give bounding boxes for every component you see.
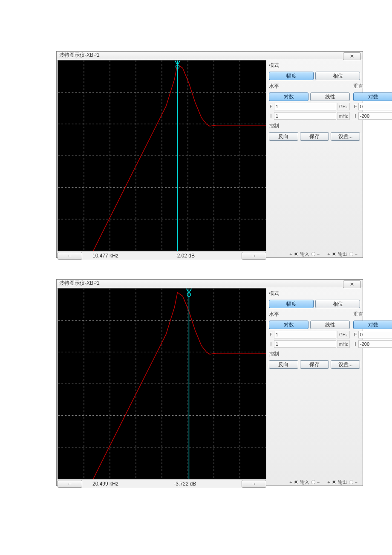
- minus-icon: −: [317, 251, 320, 257]
- vertical-group-label: 垂直: [353, 82, 392, 91]
- output-plus-terminal[interactable]: [332, 252, 336, 256]
- bode-plotter-window: 波特图示仪-XBP1 ✕ ←: [56, 51, 363, 258]
- cursor-frequency-readout: 20.499 kHz: [82, 481, 129, 487]
- close-icon: ✕: [350, 281, 354, 287]
- h-F-input[interactable]: [274, 103, 336, 110]
- titlebar[interactable]: 波特图示仪-XBP1 ✕: [57, 280, 363, 287]
- cursor-left-button[interactable]: ←: [58, 252, 82, 260]
- readout-bar: ← 20.499 kHz -3.722 dB →: [58, 479, 266, 488]
- mode-group-label: 模式: [269, 289, 360, 298]
- h-I-input[interactable]: [274, 340, 336, 348]
- v-I-label: I: [353, 113, 357, 119]
- h-I-input[interactable]: [274, 112, 336, 120]
- h-log-button[interactable]: 对数: [269, 92, 308, 101]
- h-F-label: F: [269, 332, 273, 337]
- h-I-unit[interactable]: mHz: [337, 340, 350, 348]
- bode-plot-canvas[interactable]: [58, 60, 266, 251]
- control-panel: 模式 幅度 相位 水平 对数 线性 F: [267, 59, 363, 260]
- plus-icon: +: [289, 480, 292, 485]
- minus-icon: −: [355, 480, 357, 485]
- v-log-button[interactable]: 对数: [353, 92, 392, 101]
- readout-bar: ← 10.477 kHz -2.02 dB →: [58, 251, 266, 260]
- h-F-input[interactable]: [274, 331, 336, 338]
- h-log-button[interactable]: 对数: [269, 321, 308, 329]
- magnitude-mode-button[interactable]: 幅度: [269, 72, 314, 80]
- v-I-input[interactable]: [358, 112, 392, 120]
- input-plus-terminal[interactable]: [294, 252, 298, 256]
- v-I-label: I: [353, 341, 357, 347]
- save-button[interactable]: 保存: [300, 360, 329, 369]
- plus-icon: +: [327, 251, 330, 257]
- v-I-input[interactable]: [358, 340, 392, 348]
- plus-icon: +: [327, 480, 330, 485]
- reverse-button[interactable]: 反向: [269, 132, 298, 141]
- output-minus-terminal[interactable]: [349, 480, 353, 484]
- v-F-label: F: [353, 104, 357, 109]
- save-button[interactable]: 保存: [300, 132, 329, 141]
- cursor-left-button[interactable]: ←: [58, 480, 82, 488]
- bode-plot-canvas[interactable]: [58, 288, 266, 479]
- h-linear-button[interactable]: 线性: [310, 92, 350, 101]
- v-F-input[interactable]: [358, 103, 392, 110]
- input-minus-terminal[interactable]: [311, 480, 315, 484]
- arrow-left-icon: ←: [67, 481, 72, 487]
- input-plus-terminal[interactable]: [294, 480, 298, 484]
- cursor-right-button[interactable]: →: [242, 252, 266, 260]
- input-minus-terminal[interactable]: [311, 252, 315, 256]
- mode-group-label: 模式: [269, 61, 360, 70]
- output-minus-terminal[interactable]: [349, 252, 353, 256]
- vertical-group-label: 垂直: [353, 310, 392, 319]
- arrow-right-icon: →: [251, 481, 257, 487]
- h-F-unit[interactable]: GHz: [337, 331, 350, 338]
- v-F-label: F: [353, 332, 357, 337]
- cursor-magnitude-readout: -3.722 dB: [164, 481, 206, 487]
- h-linear-button[interactable]: 线性: [310, 321, 350, 329]
- h-F-unit[interactable]: GHz: [337, 103, 350, 110]
- control-group-label: 控制: [269, 121, 360, 130]
- phase-mode-button[interactable]: 相位: [315, 72, 360, 80]
- h-F-label: F: [269, 104, 273, 109]
- input-label: 输入: [300, 479, 309, 486]
- close-button[interactable]: ✕: [343, 280, 361, 288]
- reverse-button[interactable]: 反向: [269, 360, 298, 369]
- control-group-label: 控制: [269, 350, 360, 358]
- close-icon: ✕: [350, 53, 354, 59]
- output-label: 输出: [338, 251, 347, 257]
- phase-mode-button[interactable]: 相位: [315, 300, 360, 308]
- arrow-left-icon: ←: [67, 253, 72, 259]
- minus-icon: −: [355, 251, 357, 257]
- settings-button[interactable]: 设置...: [331, 132, 360, 141]
- magnitude-mode-button[interactable]: 幅度: [269, 300, 314, 308]
- settings-button[interactable]: 设置...: [331, 360, 360, 369]
- titlebar[interactable]: 波特图示仪-XBP1 ✕: [57, 52, 363, 59]
- plot-grid: [58, 289, 266, 479]
- cursor-right-button[interactable]: →: [242, 480, 266, 488]
- v-F-input[interactable]: [358, 331, 392, 338]
- io-footer: + 输入 − + 输出 −: [269, 250, 360, 259]
- output-plus-terminal[interactable]: [332, 480, 336, 484]
- window-title: 波特图示仪-XBP1: [59, 52, 100, 59]
- h-I-label: I: [269, 113, 273, 119]
- v-log-button[interactable]: 对数: [353, 321, 392, 329]
- cursor-frequency-readout: 10.477 kHz: [82, 253, 129, 259]
- io-footer: + 输入 − + 输出 −: [269, 478, 360, 487]
- control-panel: 模式 幅度 相位 水平 对数 线性 F: [267, 287, 363, 489]
- close-button[interactable]: ✕: [343, 52, 361, 60]
- output-label: 输出: [338, 479, 347, 486]
- plot-grid: [58, 61, 266, 251]
- cursor-magnitude-readout: -2.02 dB: [165, 253, 205, 259]
- h-I-unit[interactable]: mHz: [337, 112, 350, 120]
- arrow-right-icon: →: [251, 253, 257, 259]
- minus-icon: −: [317, 480, 320, 485]
- horizontal-group-label: 水平: [269, 82, 350, 91]
- window-title: 波特图示仪-XBP1: [59, 280, 100, 287]
- input-label: 输入: [300, 251, 309, 257]
- horizontal-group-label: 水平: [269, 310, 350, 319]
- h-I-label: I: [269, 341, 273, 347]
- bode-plotter-window: 波特图示仪-XBP1 ✕ ←: [56, 279, 363, 486]
- plus-icon: +: [289, 251, 292, 257]
